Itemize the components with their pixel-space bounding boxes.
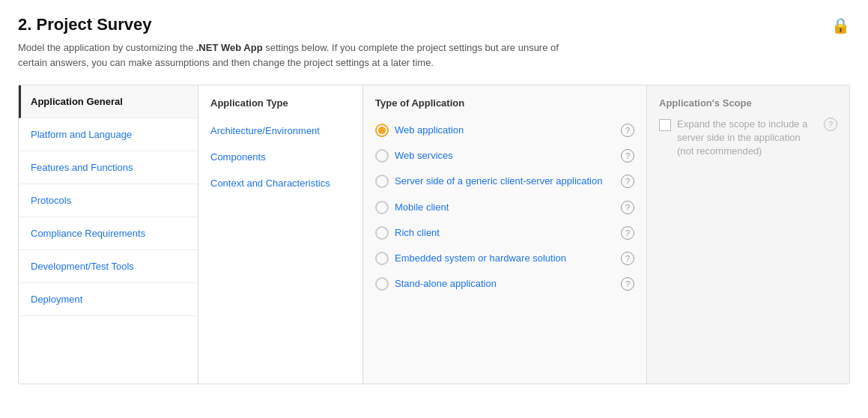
app-type-item-components[interactable]: Components [198, 144, 362, 170]
radio-server-side[interactable] [375, 175, 389, 188]
page-title: 2. Project Survey [18, 15, 850, 34]
help-icon-rich-client[interactable]: ? [621, 226, 634, 240]
help-icon-server-side[interactable]: ? [621, 175, 634, 188]
radio-embedded[interactable] [375, 252, 389, 265]
radio-row-server-side[interactable]: Server side of a generic client-server a… [375, 169, 634, 194]
sidebar-item-compliance[interactable]: Compliance Requirements [19, 217, 198, 250]
scope-checkbox[interactable] [659, 119, 671, 131]
type-of-application-header: Type of Application [375, 97, 634, 118]
radio-label-mobile-client: Mobile client [395, 201, 615, 214]
radio-row-embedded[interactable]: Embedded system or hardware solution ? [375, 246, 634, 271]
radio-label-standalone: Stand-alone application [395, 277, 615, 291]
radio-label-rich-client: Rich client [395, 226, 615, 240]
radio-label-web-services: Web services [395, 149, 615, 163]
radio-label-web-application: Web application [395, 124, 615, 137]
lock-icon: 🔒 [831, 16, 850, 34]
radio-row-mobile-client[interactable]: Mobile client ? [375, 195, 634, 220]
application-type-column: Application Type Architecture/Environmen… [198, 85, 363, 384]
radio-row-standalone[interactable]: Stand-alone application ? [375, 271, 634, 297]
sidebar-item-devtest-tools[interactable]: Development/Test Tools [19, 250, 198, 283]
main-content: Application General Platform and Languag… [18, 85, 850, 384]
scope-checkbox-row[interactable]: Expand the scope to include a server sid… [659, 118, 837, 159]
help-icon-mobile-client[interactable]: ? [621, 201, 634, 214]
sidebar-item-protocols[interactable]: Protocols [19, 184, 198, 217]
radio-row-rich-client[interactable]: Rich client ? [375, 220, 634, 246]
page-description: Model the application by customizing the… [18, 40, 587, 70]
type-of-application-column: Type of Application Web application ? We… [363, 85, 647, 384]
sidebar: Application General Platform and Languag… [19, 85, 198, 384]
radio-label-server-side: Server side of a generic client-server a… [395, 175, 615, 188]
radio-web-services[interactable] [375, 149, 389, 163]
radio-label-embedded: Embedded system or hardware solution [395, 252, 615, 265]
radio-standalone[interactable] [375, 277, 389, 291]
radio-mobile-client[interactable] [375, 201, 389, 214]
scope-checkbox-label: Expand the scope to include a server sid… [677, 118, 818, 159]
scope-header: Application's Scope [659, 97, 837, 118]
help-icon-embedded[interactable]: ? [621, 252, 634, 265]
radio-row-web-services[interactable]: Web services ? [375, 143, 634, 169]
radio-row-web-application[interactable]: Web application ? [375, 118, 634, 143]
sidebar-item-application-general[interactable]: Application General [19, 85, 198, 118]
application-type-header: Application Type [198, 97, 362, 118]
radio-web-application[interactable] [375, 124, 389, 137]
help-icon-web-application[interactable]: ? [621, 124, 634, 137]
help-icon-scope[interactable]: ? [824, 118, 837, 131]
help-icon-standalone[interactable]: ? [621, 277, 634, 291]
app-type-item-architecture[interactable]: Architecture/Environment [198, 118, 362, 144]
scope-column: Application's Scope Expand the scope to … [647, 85, 849, 384]
sidebar-item-features-functions[interactable]: Features and Functions [19, 151, 198, 184]
radio-rich-client[interactable] [375, 226, 389, 240]
sidebar-item-platform-language[interactable]: Platform and Language [19, 118, 198, 151]
sidebar-item-deployment[interactable]: Deployment [19, 283, 198, 316]
app-type-item-context[interactable]: Context and Characteristics [198, 170, 362, 196]
help-icon-web-services[interactable]: ? [621, 149, 634, 163]
